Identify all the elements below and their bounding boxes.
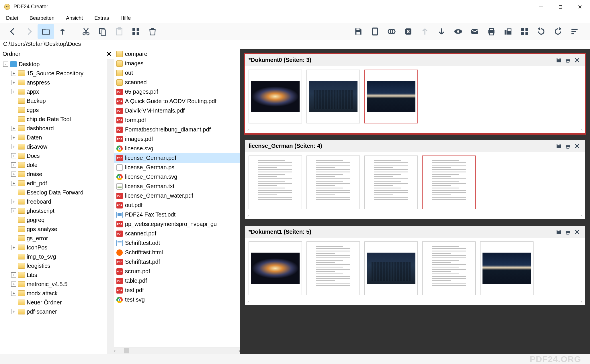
tree-item[interactable]: +Libs — [0, 270, 107, 280]
tree-twisty-icon[interactable]: + — [11, 282, 16, 287]
tree-item[interactable]: +freeboard — [0, 197, 107, 206]
doc-save-icon[interactable] — [554, 142, 563, 150]
print-button[interactable] — [483, 24, 500, 39]
close-button[interactable] — [570, 0, 590, 13]
tree-twisty-icon[interactable]: + — [11, 208, 16, 213]
tree-twisty-icon[interactable]: + — [11, 126, 16, 131]
file-list[interactable]: compareimagesoutscannedPDF65 pages.pdfPD… — [114, 49, 240, 347]
menu-ansicht[interactable]: Ansicht — [64, 14, 85, 22]
tree-item[interactable]: +dashboard — [0, 124, 107, 133]
doc-print-icon[interactable] — [564, 142, 572, 150]
page-thumbnail[interactable] — [249, 70, 302, 123]
page-thumbnail[interactable] — [249, 156, 302, 209]
file-item[interactable]: PDFtable.pdf — [114, 276, 240, 286]
tree-twisty-icon[interactable]: + — [11, 199, 16, 204]
file-item[interactable]: test.svg — [114, 295, 240, 304]
file-item[interactable]: compare — [114, 49, 240, 59]
tree-twisty-icon[interactable]: + — [11, 153, 16, 158]
maximize-button[interactable] — [551, 0, 570, 13]
tree-item[interactable]: +metronic_v4.5.5 — [0, 280, 107, 289]
page-thumbnail[interactable] — [422, 156, 476, 209]
file-item[interactable]: images — [114, 59, 240, 68]
minimize-button[interactable] — [531, 0, 551, 13]
tree-twisty-icon[interactable]: + — [11, 80, 16, 85]
document-panel[interactable]: *Dokument1 (Seiten: 5) ‹› — [244, 225, 586, 306]
file-item[interactable]: PDF24 Fax Test.odt — [114, 210, 240, 219]
tree-item[interactable]: gogreq — [0, 215, 107, 225]
page-thumbnail[interactable] — [364, 156, 418, 209]
tree-item[interactable]: +ghostscript — [0, 206, 107, 215]
file-item[interactable]: PDFpp_websitepaymentspro_nvpapi_gu — [114, 219, 240, 229]
file-item[interactable]: PDFout.pdf — [114, 200, 240, 210]
layout-button[interactable] — [516, 24, 533, 39]
tree-twisty-icon[interactable]: + — [11, 272, 16, 278]
file-item[interactable]: PDFform.pdf — [114, 115, 240, 125]
page-thumbnail[interactable] — [306, 241, 360, 295]
file-item[interactable]: PDFtest.pdf — [114, 286, 240, 295]
page-thumbnail[interactable] — [249, 241, 302, 295]
file-item[interactable]: license_German.txt — [114, 182, 240, 191]
doc-print-icon[interactable] — [564, 56, 572, 64]
file-item[interactable]: PDFimages.pdf — [114, 134, 240, 144]
tree-item[interactable]: +15_Source Repository — [0, 69, 107, 78]
scroll-right-icon[interactable]: › — [581, 300, 583, 304]
menu-bearbeiten[interactable]: Bearbeiten — [28, 14, 56, 22]
tree-item[interactable]: +IconPos — [0, 243, 107, 252]
file-item[interactable]: Schrifttest.odt — [114, 238, 240, 248]
tree-item[interactable]: cgps — [0, 105, 107, 115]
tree-item[interactable]: Backup — [0, 96, 107, 105]
scroll-right-icon[interactable]: › — [581, 128, 583, 132]
page-strip[interactable] — [245, 238, 585, 299]
tree-item[interactable]: gs_error — [0, 234, 107, 243]
file-item[interactable]: license_German.svg — [114, 172, 240, 182]
doc-close-icon[interactable] — [573, 228, 581, 236]
menu-hilfe[interactable]: Hilfe — [119, 14, 132, 22]
page-strip[interactable] — [245, 66, 585, 127]
doc-close-icon[interactable] — [573, 142, 581, 150]
move-down-button[interactable] — [433, 24, 450, 39]
doc-save-icon[interactable] — [554, 228, 563, 236]
tree-item[interactable]: +Docs — [0, 151, 107, 160]
tree-twisty-icon[interactable]: + — [11, 144, 16, 149]
document-panel[interactable]: *Dokument0 (Seiten: 3) ‹› — [244, 53, 586, 135]
tree-item[interactable]: +edit_pdf — [0, 179, 107, 188]
close-panel-icon[interactable]: ✕ — [106, 50, 112, 58]
delete-button[interactable] — [144, 24, 161, 39]
tree-item[interactable]: +appx — [0, 87, 107, 96]
page-strip[interactable] — [245, 152, 585, 213]
up-button[interactable] — [54, 24, 71, 39]
tree-item[interactable]: +pdf-scanner — [0, 307, 107, 316]
sort-button[interactable] — [566, 24, 583, 39]
tree-twisty-icon[interactable]: + — [11, 89, 16, 94]
tree-item[interactable]: leogistics — [0, 261, 107, 270]
tree-item[interactable]: +draise — [0, 170, 107, 179]
page-hscroll[interactable]: ‹› — [245, 213, 585, 219]
file-item[interactable]: PDFlicense_German.pdf — [114, 153, 240, 163]
file-item[interactable]: license_German.ps — [114, 163, 240, 172]
document-panel[interactable]: license_German (Seiten: 4) ‹› — [244, 139, 586, 221]
menu-datei[interactable]: Datei — [4, 14, 20, 22]
back-button[interactable] — [4, 24, 21, 39]
page-thumbnail[interactable] — [364, 70, 418, 123]
tree-twisty-icon[interactable]: + — [11, 135, 16, 140]
page-hscroll[interactable]: ‹› — [245, 127, 585, 133]
tree-scrollbar[interactable] — [107, 59, 114, 354]
tree-item[interactable]: +Daten — [0, 133, 107, 142]
grid-view-button[interactable] — [128, 24, 144, 39]
tree-item[interactable]: +modx attack — [0, 289, 107, 298]
tree-item[interactable]: +disavow — [0, 142, 107, 151]
tree-twisty-icon[interactable]: - — [3, 62, 8, 67]
save-button[interactable] — [350, 24, 367, 39]
file-item[interactable]: PDFFormatbeschreibung_diamant.pdf — [114, 125, 240, 134]
tree-twisty-icon[interactable]: + — [11, 162, 16, 168]
folder-tree[interactable]: -Desktop+15_Source Repository+anspress+a… — [0, 59, 107, 354]
file-item[interactable]: scanned — [114, 78, 240, 87]
scroll-left-icon[interactable]: ‹ — [247, 300, 249, 304]
tree-twisty-icon[interactable]: + — [11, 291, 16, 296]
page-thumbnail[interactable] — [306, 156, 360, 209]
doc-close-icon[interactable] — [573, 56, 581, 64]
file-item[interactable]: PDFDalvik-VM-Internals.pdf — [114, 106, 240, 115]
menu-extras[interactable]: Extras — [93, 14, 111, 22]
page-thumbnail[interactable] — [422, 241, 476, 295]
page-thumbnail[interactable] — [480, 241, 534, 295]
